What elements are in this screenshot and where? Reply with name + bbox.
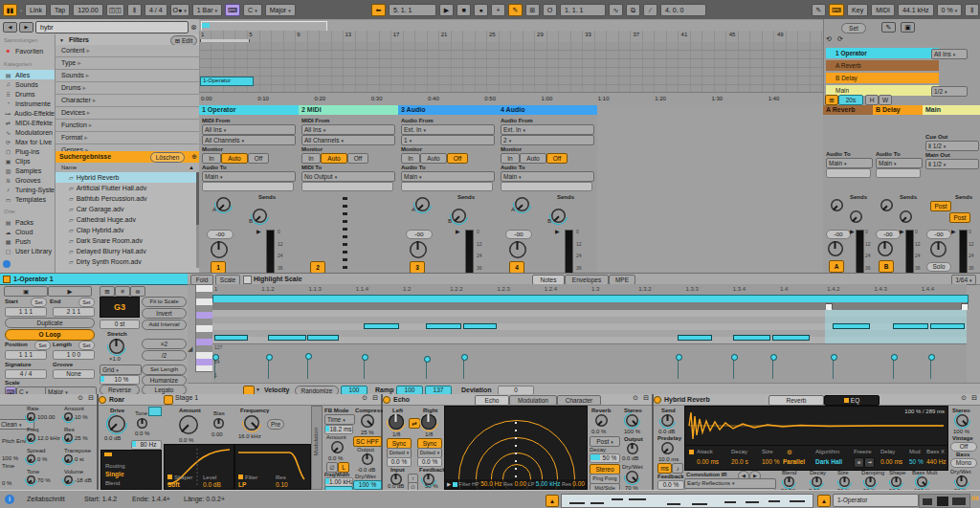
midi-note[interactable] <box>307 335 339 341</box>
midi-from-select[interactable]: All Ins <box>202 124 296 135</box>
track-name[interactable]: 1 Operator <box>199 105 301 115</box>
pan-knob[interactable] <box>828 241 843 256</box>
rack-param[interactable]: Freq 12.0 kHz <box>23 427 60 448</box>
return-activator[interactable]: A <box>829 260 844 273</box>
predelay-sync-button[interactable]: ♪ <box>672 463 683 474</box>
monitor-off[interactable]: Off <box>347 153 368 164</box>
device-on-toggle[interactable] <box>654 396 661 404</box>
routing-panel[interactable]: Routing Single Blend <box>100 450 162 490</box>
audio-to-select[interactable]: Main <box>202 171 296 182</box>
lane-resize-icon[interactable]: ◢ <box>188 345 192 353</box>
camera-icon[interactable]: ▣ <box>901 22 915 33</box>
result-row[interactable]: ▱ Dark Snare Room.adv <box>56 235 196 246</box>
sidebar-category-item[interactable]: ⟳ Max for Live <box>0 137 55 146</box>
clip-tool-tab-3[interactable]: ⊗ <box>130 286 145 297</box>
link-button[interactable]: Link <box>25 4 47 16</box>
clear-search-button[interactable]: Löschen <box>150 152 185 163</box>
output-meter-icon[interactable]: ılıl <box>971 495 979 502</box>
save-preset-icon[interactable]: ⊟ <box>971 394 977 402</box>
reverb-knob[interactable] <box>595 414 608 427</box>
quantization-menu[interactable]: 1 Bar <box>192 4 222 16</box>
sidebar-category-item[interactable]: ⠿ Drums <box>0 89 55 99</box>
count-in-icon[interactable]: ⫴ <box>127 4 142 16</box>
rack-param[interactable]: Volume -18 dB <box>60 469 98 490</box>
audio-to-select[interactable]: Main <box>826 158 873 168</box>
echo-tunnel-display[interactable]: ▶ Filter HP 50.0 Hz Res 0.00 LP 5.00 kHz… <box>444 406 588 490</box>
stereo-knob[interactable] <box>626 414 638 427</box>
send-a-post-toggle[interactable]: Post <box>930 201 951 211</box>
start-set-button[interactable]: Set <box>31 298 47 307</box>
volume-display[interactable]: -oo <box>207 230 234 239</box>
computer-midi-keyboard-icon[interactable]: ⌨ <box>829 4 844 16</box>
rack-param[interactable]: Tone 70 % <box>23 469 60 490</box>
filter-display[interactable]: Filter LP Res 0.10 <box>234 444 311 490</box>
ir-waveform-display[interactable]: 100 % / 289 ms <box>684 406 948 447</box>
result-row[interactable]: ▱ Clap Hybrid.adv <box>56 225 196 235</box>
sidebar-place-item[interactable]: ▦ Push <box>0 236 55 246</box>
start-field[interactable]: 1 1 1 <box>5 307 47 317</box>
arrangement-position-display[interactable]: 5. 1. 1 <box>389 4 436 16</box>
tab-eq[interactable]: EQ <box>824 395 880 406</box>
velocity-marker[interactable] <box>424 356 431 363</box>
feedback-field[interactable]: 0.0 % <box>657 480 684 490</box>
volume-display[interactable]: -oo <box>826 230 851 239</box>
blend-knob[interactable] <box>784 476 794 487</box>
send-b-knob[interactable] <box>900 210 912 223</box>
arrangement-clip[interactable]: 1-Operator <box>200 77 254 86</box>
monitor-in[interactable]: In <box>501 153 520 164</box>
midi-note[interactable] <box>214 335 248 341</box>
midi-channel-select[interactable]: All Channels <box>202 135 296 145</box>
decay-field[interactable]: 50 % <box>590 453 620 463</box>
tab-reverb[interactable]: Reverb <box>768 395 824 406</box>
sort-icon[interactable]: ▲ <box>189 165 194 171</box>
routing-icon[interactable]: ⚙ <box>787 449 792 456</box>
velocity-marker[interactable] <box>461 354 468 361</box>
send-a-knob[interactable] <box>880 199 893 211</box>
stop-button[interactable]: ■ <box>457 4 471 16</box>
clip-title-bar[interactable]: 1-Operator 1 <box>0 274 190 285</box>
monitor-auto[interactable]: Auto <box>221 153 248 164</box>
add-filter-icon[interactable]: ⊕ <box>191 153 197 161</box>
return-name[interactable]: A Reverb <box>823 105 876 115</box>
device-overview-toggle[interactable]: ▲ <box>817 495 831 507</box>
pan-knob[interactable] <box>211 241 228 258</box>
velocity-lane[interactable] <box>212 343 967 383</box>
fb-time-field[interactable]: 18.2 ms <box>324 425 353 434</box>
velocity-marker[interactable] <box>305 353 312 360</box>
freeze-button[interactable]: ≋ <box>854 457 864 468</box>
return-activator[interactable]: B <box>879 260 894 273</box>
play-button[interactable]: ▶ <box>439 4 454 16</box>
audio-from-select[interactable]: Ext. In <box>401 124 495 135</box>
midi-map-button[interactable]: MIDI <box>871 4 895 16</box>
fit-to-scale-button[interactable]: Fit to Scale <box>142 297 187 307</box>
clip-mini-overview[interactable] <box>561 494 813 508</box>
monitor-auto[interactable]: Auto <box>321 153 347 164</box>
modulation-tab[interactable]: Modulation <box>311 406 323 490</box>
piano-keys[interactable] <box>195 284 214 372</box>
amount-knob[interactable] <box>179 415 198 434</box>
tempo-field[interactable]: 120.00 <box>73 4 102 16</box>
interval-field[interactable]: 0 st <box>100 320 140 329</box>
device-mini-overview[interactable] <box>919 494 970 508</box>
metronome-options[interactable]: O● <box>170 4 189 16</box>
velocity-marker[interactable] <box>362 354 368 361</box>
display-play-icon[interactable]: ▶ <box>447 481 451 487</box>
filter-row[interactable]: Content ▸ <box>56 45 200 57</box>
right-delay-knob[interactable] <box>421 414 436 430</box>
send-a-knob[interactable] <box>415 197 430 211</box>
left-delay-knob[interactable] <box>389 414 404 430</box>
audio-from-select[interactable]: Ext. In <box>501 124 594 135</box>
time-signature-field[interactable]: 4 / 4 <box>145 4 167 16</box>
filter-row[interactable]: Sounds ▸ <box>56 70 200 82</box>
rack-param[interactable]: Rate 100.00 <box>23 406 60 427</box>
bias-knob[interactable] <box>213 418 224 429</box>
humanize-amount-field[interactable]: 10 % <box>100 375 140 385</box>
fb-mode-select[interactable]: Time <box>324 414 355 425</box>
vintage-select[interactable]: Off <box>950 442 977 452</box>
rack-param[interactable]: Spread 0 % <box>23 448 60 469</box>
sidebar-category-item[interactable]: ♫ Sounds <box>0 79 55 89</box>
velocity-marker[interactable] <box>770 354 777 361</box>
bassmult-knob[interactable] <box>917 476 927 487</box>
stretch-knob[interactable] <box>109 339 124 354</box>
clip-overview-toggle[interactable]: ▲ <box>546 495 559 507</box>
